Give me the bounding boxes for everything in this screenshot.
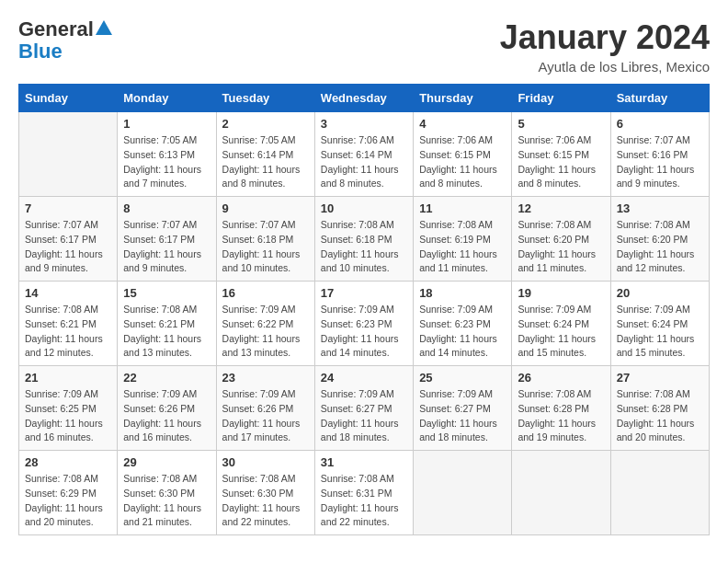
day-info: Sunrise: 7:09 AMSunset: 6:24 PMDaylight:…	[518, 303, 604, 361]
calendar-cell: 22Sunrise: 7:09 AMSunset: 6:26 PMDayligh…	[118, 366, 216, 451]
day-info: Sunrise: 7:05 AMSunset: 6:14 PMDaylight:…	[222, 133, 309, 191]
day-number: 20	[617, 286, 703, 300]
calendar-cell	[414, 451, 512, 535]
day-header-saturday: Saturday	[610, 85, 709, 112]
day-number: 15	[123, 286, 210, 300]
day-header-tuesday: Tuesday	[216, 85, 314, 112]
day-info: Sunrise: 7:09 AMSunset: 6:26 PMDaylight:…	[222, 387, 309, 445]
calendar-cell: 5Sunrise: 7:06 AMSunset: 6:15 PMDaylight…	[512, 112, 610, 197]
day-number: 19	[518, 286, 604, 300]
calendar-cell: 14Sunrise: 7:08 AMSunset: 6:21 PMDayligh…	[19, 282, 118, 366]
day-number: 5	[518, 117, 604, 131]
location: Ayutla de los Libres, Mexico	[500, 59, 710, 75]
day-number: 17	[321, 286, 407, 300]
day-number: 16	[222, 286, 309, 300]
day-info: Sunrise: 7:07 AMSunset: 6:17 PMDaylight:…	[123, 218, 210, 276]
calendar-cell: 15Sunrise: 7:08 AMSunset: 6:21 PMDayligh…	[118, 282, 216, 366]
calendar-cell: 27Sunrise: 7:08 AMSunset: 6:28 PMDayligh…	[610, 366, 709, 451]
calendar-cell: 3Sunrise: 7:06 AMSunset: 6:14 PMDaylight…	[314, 112, 413, 197]
calendar-cell: 28Sunrise: 7:08 AMSunset: 6:29 PMDayligh…	[19, 451, 118, 535]
calendar-cell: 6Sunrise: 7:07 AMSunset: 6:16 PMDaylight…	[610, 112, 709, 197]
calendar-cell: 19Sunrise: 7:09 AMSunset: 6:24 PMDayligh…	[512, 282, 610, 366]
day-info: Sunrise: 7:09 AMSunset: 6:23 PMDaylight:…	[419, 303, 506, 361]
day-number: 24	[321, 371, 407, 385]
day-number: 11	[419, 201, 506, 215]
day-number: 14	[25, 286, 111, 300]
calendar-week-2: 7Sunrise: 7:07 AMSunset: 6:17 PMDaylight…	[19, 197, 710, 282]
day-info: Sunrise: 7:07 AMSunset: 6:16 PMDaylight:…	[617, 133, 703, 191]
day-number: 22	[123, 371, 210, 385]
calendar-cell: 23Sunrise: 7:09 AMSunset: 6:26 PMDayligh…	[216, 366, 314, 451]
day-number: 27	[617, 371, 703, 385]
calendar-cell	[512, 451, 610, 535]
day-number: 2	[222, 117, 309, 131]
calendar-week-4: 21Sunrise: 7:09 AMSunset: 6:25 PMDayligh…	[19, 366, 710, 451]
day-number: 18	[419, 286, 506, 300]
day-number: 6	[617, 117, 703, 131]
calendar-cell: 10Sunrise: 7:08 AMSunset: 6:18 PMDayligh…	[314, 197, 413, 282]
day-info: Sunrise: 7:08 AMSunset: 6:20 PMDaylight:…	[518, 218, 604, 276]
calendar-cell: 7Sunrise: 7:07 AMSunset: 6:17 PMDaylight…	[19, 197, 118, 282]
calendar-cell: 26Sunrise: 7:08 AMSunset: 6:28 PMDayligh…	[512, 366, 610, 451]
logo-blue: Blue	[18, 40, 63, 63]
calendar-cell: 20Sunrise: 7:09 AMSunset: 6:24 PMDayligh…	[610, 282, 709, 366]
calendar-cell: 29Sunrise: 7:08 AMSunset: 6:30 PMDayligh…	[118, 451, 216, 535]
day-info: Sunrise: 7:08 AMSunset: 6:28 PMDaylight:…	[518, 387, 604, 445]
calendar-week-1: 1Sunrise: 7:05 AMSunset: 6:13 PMDaylight…	[19, 112, 710, 197]
calendar-header-row: SundayMondayTuesdayWednesdayThursdayFrid…	[19, 85, 710, 112]
logo-icon	[96, 19, 112, 36]
day-info: Sunrise: 7:08 AMSunset: 6:18 PMDaylight:…	[321, 218, 407, 276]
day-number: 4	[419, 117, 506, 131]
month-title: January 2024	[500, 18, 710, 57]
calendar-week-3: 14Sunrise: 7:08 AMSunset: 6:21 PMDayligh…	[19, 282, 710, 366]
day-number: 12	[518, 201, 604, 215]
day-number: 1	[123, 117, 210, 131]
day-number: 13	[617, 201, 703, 215]
day-info: Sunrise: 7:07 AMSunset: 6:17 PMDaylight:…	[25, 218, 111, 276]
day-info: Sunrise: 7:08 AMSunset: 6:29 PMDaylight:…	[25, 472, 111, 530]
calendar-cell: 8Sunrise: 7:07 AMSunset: 6:17 PMDaylight…	[118, 197, 216, 282]
day-info: Sunrise: 7:08 AMSunset: 6:30 PMDaylight:…	[123, 472, 210, 530]
day-info: Sunrise: 7:06 AMSunset: 6:15 PMDaylight:…	[419, 133, 506, 191]
title-section: January 2024 Ayutla de los Libres, Mexic…	[500, 18, 710, 75]
calendar-body: 1Sunrise: 7:05 AMSunset: 6:13 PMDaylight…	[19, 112, 710, 535]
day-info: Sunrise: 7:09 AMSunset: 6:23 PMDaylight:…	[321, 303, 407, 361]
day-info: Sunrise: 7:08 AMSunset: 6:21 PMDaylight:…	[123, 303, 210, 361]
day-info: Sunrise: 7:06 AMSunset: 6:15 PMDaylight:…	[518, 133, 604, 191]
day-number: 23	[222, 371, 309, 385]
calendar-cell: 16Sunrise: 7:09 AMSunset: 6:22 PMDayligh…	[216, 282, 314, 366]
page-header: General Blue January 2024 Ayutla de los …	[18, 18, 710, 75]
day-info: Sunrise: 7:08 AMSunset: 6:30 PMDaylight:…	[222, 472, 309, 530]
day-number: 8	[123, 201, 210, 215]
day-info: Sunrise: 7:09 AMSunset: 6:27 PMDaylight:…	[419, 387, 506, 445]
svg-marker-0	[96, 20, 112, 35]
day-number: 29	[123, 455, 210, 469]
day-number: 9	[222, 201, 309, 215]
day-number: 31	[321, 455, 407, 469]
calendar-week-5: 28Sunrise: 7:08 AMSunset: 6:29 PMDayligh…	[19, 451, 710, 535]
day-header-wednesday: Wednesday	[314, 85, 413, 112]
day-info: Sunrise: 7:08 AMSunset: 6:21 PMDaylight:…	[25, 303, 111, 361]
day-info: Sunrise: 7:09 AMSunset: 6:24 PMDaylight:…	[617, 303, 703, 361]
day-number: 21	[25, 371, 111, 385]
day-info: Sunrise: 7:08 AMSunset: 6:28 PMDaylight:…	[617, 387, 703, 445]
calendar-cell: 30Sunrise: 7:08 AMSunset: 6:30 PMDayligh…	[216, 451, 314, 535]
day-header-sunday: Sunday	[19, 85, 118, 112]
calendar-cell: 2Sunrise: 7:05 AMSunset: 6:14 PMDaylight…	[216, 112, 314, 197]
calendar-cell: 4Sunrise: 7:06 AMSunset: 6:15 PMDaylight…	[414, 112, 512, 197]
logo: General Blue	[18, 18, 112, 63]
calendar-cell: 31Sunrise: 7:08 AMSunset: 6:31 PMDayligh…	[314, 451, 413, 535]
day-info: Sunrise: 7:09 AMSunset: 6:22 PMDaylight:…	[222, 303, 309, 361]
day-header-thursday: Thursday	[414, 85, 512, 112]
day-info: Sunrise: 7:09 AMSunset: 6:25 PMDaylight:…	[25, 387, 111, 445]
calendar-cell: 9Sunrise: 7:07 AMSunset: 6:18 PMDaylight…	[216, 197, 314, 282]
day-number: 3	[321, 117, 407, 131]
day-number: 10	[321, 201, 407, 215]
day-header-friday: Friday	[512, 85, 610, 112]
calendar-cell: 21Sunrise: 7:09 AMSunset: 6:25 PMDayligh…	[19, 366, 118, 451]
day-info: Sunrise: 7:09 AMSunset: 6:27 PMDaylight:…	[321, 387, 407, 445]
day-info: Sunrise: 7:07 AMSunset: 6:18 PMDaylight:…	[222, 218, 309, 276]
calendar-cell: 25Sunrise: 7:09 AMSunset: 6:27 PMDayligh…	[414, 366, 512, 451]
day-header-monday: Monday	[118, 85, 216, 112]
calendar-cell: 17Sunrise: 7:09 AMSunset: 6:23 PMDayligh…	[314, 282, 413, 366]
